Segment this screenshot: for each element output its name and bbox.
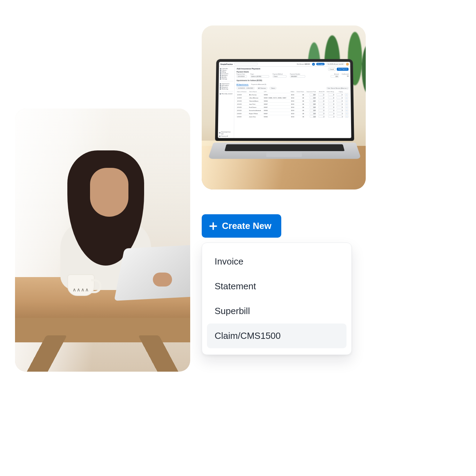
label-payment-date: Payment Date bbox=[237, 74, 247, 75]
input-client-resp[interactable]: 0 bbox=[328, 112, 334, 114]
add-icon[interactable]: + bbox=[312, 63, 315, 66]
menu-item-statement[interactable]: Statement bbox=[207, 274, 347, 299]
menu-item-claim-cms1500[interactable]: Claim/CMS1500 bbox=[207, 323, 347, 348]
sidebar: CalendarClientsBillingInsuranceAnalytics… bbox=[218, 67, 235, 138]
create-new-dropdown: Create New InvoiceStatementSuperbillClai… bbox=[202, 214, 352, 355]
input-client-resp[interactable]: 0 bbox=[328, 106, 334, 108]
sort-select[interactable]: Sort: Date of Service (Most rec.) bbox=[326, 87, 349, 89]
table-row: 12/6/23Rhykri O'Brien90837$150$0$30000⋯ bbox=[236, 112, 349, 115]
input-ins-paid[interactable]: $30 bbox=[310, 94, 316, 96]
col-cpt: CPT bbox=[263, 90, 290, 93]
label-amount: Amount bbox=[334, 74, 339, 75]
search-input[interactable] bbox=[234, 63, 258, 65]
sidebar-privacy[interactable]: Privacy off bbox=[219, 135, 232, 137]
filter-clients[interactable]: Clients bbox=[269, 87, 276, 89]
input-method[interactable]: Check bbox=[273, 75, 287, 78]
input-payment-date[interactable]: 12/12/2023 bbox=[237, 75, 247, 78]
input-client-resp[interactable]: 0 bbox=[328, 103, 334, 105]
label-payer: Payer bbox=[251, 74, 269, 75]
table-row: 12/4/23Lillian Mbeeser90837, 90836, 9917… bbox=[236, 96, 349, 99]
input-copay[interactable]: 0 bbox=[336, 94, 343, 96]
table-row: 12/5/23Fred Duene90837$150$0$30000⋯ bbox=[236, 105, 349, 109]
input-ins-paid[interactable]: $30 bbox=[310, 97, 316, 99]
avatar[interactable] bbox=[346, 63, 349, 66]
input-amount[interactable]: $30 bbox=[330, 75, 339, 78]
row-expand-button[interactable]: ⋯ bbox=[345, 112, 348, 114]
input-copay[interactable]: 0 bbox=[337, 109, 343, 111]
row-expand-button[interactable]: ⋯ bbox=[345, 97, 348, 99]
messages-button[interactable]: Messages bbox=[316, 63, 325, 65]
plus-icon bbox=[209, 222, 217, 230]
input-payer[interactable]: Anthem (BCBS) bbox=[250, 75, 269, 78]
tab-all-appointments[interactable]: All Appointments bbox=[236, 83, 248, 86]
app-screen: SimplePractice Bal. Amount $400.00 + Mes… bbox=[218, 62, 351, 138]
input-writeoff[interactable]: 0 bbox=[318, 103, 325, 105]
input-copay[interactable]: 0 bbox=[336, 97, 343, 99]
balance-label: Bal. Amount $400.00 bbox=[296, 63, 311, 65]
input-writeoff[interactable]: 0 bbox=[318, 100, 325, 102]
table-row: 12/5/23Jane Park90837$150$0$30000⋯ bbox=[236, 102, 349, 105]
input-client-resp[interactable]: 0 bbox=[328, 94, 334, 96]
input-ins-paid[interactable]: $30 bbox=[310, 103, 316, 105]
col-dos: Date of Service bbox=[236, 90, 248, 93]
input-client-resp[interactable]: 0 bbox=[328, 109, 334, 111]
row-expand-button[interactable]: ⋯ bbox=[345, 100, 348, 102]
input-ins-paid[interactable]: $30 bbox=[310, 100, 316, 102]
table-row: 12/5/23Samantha Andrade90834$150$0$30000… bbox=[236, 109, 349, 112]
menu-item-superbill[interactable]: Superbill bbox=[207, 299, 347, 323]
input-ins-paid[interactable]: $30 bbox=[310, 116, 316, 118]
input-writeoff[interactable]: 0 bbox=[318, 116, 325, 118]
input-copay[interactable]: 0 bbox=[337, 106, 343, 108]
sidebar-download[interactable]: Download free app bbox=[219, 131, 233, 134]
menu-item-invoice[interactable]: Invoice bbox=[207, 249, 347, 274]
row-expand-button[interactable]: ⋯ bbox=[345, 109, 348, 111]
row-expand-button[interactable]: ⋯ bbox=[345, 106, 348, 108]
section-title: Payment Details bbox=[237, 71, 349, 73]
cancel-button[interactable]: Cancel bbox=[328, 68, 336, 71]
col-writeoff: Write-Off bbox=[317, 90, 325, 93]
create-new-label: Create New bbox=[222, 221, 272, 231]
input-copay[interactable]: 0 bbox=[337, 116, 343, 118]
tab-allocated[interactable]: Payments Allocated (0) bbox=[251, 83, 266, 86]
promo-pill[interactable]: Get $100 off your next bill bbox=[326, 63, 345, 65]
col-client: Client Name bbox=[248, 90, 263, 93]
input-copay[interactable]: 0 bbox=[337, 103, 343, 105]
col-billed: Billed bbox=[290, 90, 295, 93]
input-copay[interactable]: 0 bbox=[336, 100, 343, 102]
input-client-resp[interactable]: 0 bbox=[328, 97, 334, 99]
sidebar-recent[interactable]: Recently viewed bbox=[220, 93, 233, 95]
input-writeoff[interactable]: 0 bbox=[318, 106, 325, 108]
input-writeoff[interactable]: 0 bbox=[318, 94, 324, 96]
row-expand-button[interactable]: ⋯ bbox=[345, 94, 348, 96]
filter-clinicians[interactable]: All Clinicians bbox=[257, 87, 268, 89]
create-new-button[interactable]: Create New bbox=[202, 214, 281, 238]
input-ins-paid[interactable]: $30 bbox=[310, 106, 316, 108]
brand-logo: SimplePractice bbox=[220, 63, 233, 65]
sidebar-item-settings[interactable]: Settings bbox=[220, 78, 233, 80]
input-copay[interactable]: 0 bbox=[337, 112, 343, 114]
value-unallocated: $0 bbox=[347, 75, 349, 77]
appts-title: Appointments for Anthem (BCBS) bbox=[237, 80, 349, 81]
input-writeoff[interactable]: 0 bbox=[318, 97, 325, 99]
label-unallocated: Unallocated bbox=[342, 74, 349, 75]
input-client-resp[interactable]: 0 bbox=[328, 100, 334, 102]
label-method: Payment Method bbox=[273, 74, 287, 75]
col-ins-paid: Insurance Paid bbox=[305, 90, 317, 93]
input-ins-paid[interactable]: $30 bbox=[310, 109, 316, 111]
row-expand-button[interactable]: ⋯ bbox=[345, 103, 348, 105]
input-client-resp[interactable]: 0 bbox=[328, 116, 335, 118]
col-client-owes: Client Owes bbox=[295, 90, 305, 93]
input-writeoff[interactable]: 0 bbox=[318, 109, 325, 111]
sidebar-item-marketing[interactable]: Marketing bbox=[220, 88, 233, 90]
filter-date-range[interactable]: 11/29/2023 – 12/31/2023 bbox=[236, 87, 254, 89]
input-number[interactable]: 48645687 bbox=[290, 75, 305, 78]
photo-practitioner bbox=[15, 109, 190, 372]
photo-laptop bbox=[114, 244, 190, 301]
input-ins-paid[interactable]: $30 bbox=[310, 112, 316, 114]
save-payment-button[interactable]: Save Payment bbox=[337, 68, 349, 71]
appointments-table: Date of Service Client Name CPT Billed C… bbox=[236, 90, 349, 118]
row-expand-button[interactable]: ⋯ bbox=[345, 116, 349, 118]
app-topbar: SimplePractice Bal. Amount $400.00 + Mes… bbox=[219, 62, 350, 67]
input-writeoff[interactable]: 0 bbox=[318, 112, 325, 114]
col-client-resp: Client Resp. bbox=[325, 90, 335, 93]
